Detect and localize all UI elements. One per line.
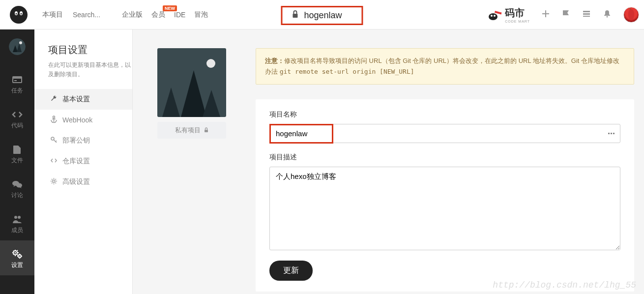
svg-rect-23 (13, 77, 22, 79)
nav-member-label: 会员 (151, 10, 165, 18)
svg-point-39 (53, 180, 55, 182)
sidebar-label: 仓库设置 (62, 157, 90, 166)
nav-maopao[interactable]: 冒泡 (194, 10, 208, 19)
rail-files[interactable]: 文件 (0, 136, 34, 171)
settings-sidebar: 项目设置 在此可以更新项目基本信息，以及删除项目。 基本设置 WebHook 部… (34, 29, 133, 294)
warning-prefix: 注意： (265, 57, 284, 64)
rail-tasks[interactable]: 任务 (0, 66, 34, 101)
nav-enterprise[interactable]: 企业版 (122, 10, 143, 19)
lock-icon (204, 127, 209, 134)
sidebar-item-deploy-key[interactable]: 部署公钥 (48, 130, 132, 151)
update-button[interactable]: 更新 (269, 261, 313, 281)
svg-point-32 (19, 256, 20, 257)
tree-icon (162, 88, 180, 117)
settings-title: 项目设置 (48, 43, 132, 57)
nav-member[interactable]: 会员 NEW (151, 10, 165, 19)
sidebar-item-advanced[interactable]: 高级设置 (48, 172, 132, 192)
svg-rect-15 (583, 13, 590, 15)
form-area: 注意：修改项目名将导致项目的访问 URL（包含 Git 仓库的 URL）将会改变… (256, 48, 634, 292)
svg-point-6 (21, 16, 27, 20)
nav-ide[interactable]: IDE (174, 11, 185, 19)
moon-icon (206, 59, 215, 68)
svg-rect-42 (611, 133, 612, 134)
svg-point-9 (491, 15, 493, 17)
project-image[interactable] (157, 48, 226, 117)
tree-icon (203, 90, 220, 117)
name-label: 项目名称 (269, 110, 620, 119)
gear-icon (50, 177, 58, 186)
svg-rect-24 (14, 80, 17, 81)
sidebar-item-repo[interactable]: 仓库设置 (48, 151, 132, 172)
svg-point-3 (16, 13, 17, 14)
desc-label: 项目描述 (269, 153, 620, 162)
rail-code-label: 代码 (0, 121, 34, 130)
rail-settings[interactable]: 设置 (0, 240, 34, 275)
anchor-icon (50, 116, 58, 124)
list-icon[interactable] (582, 9, 591, 20)
rail-tasks-label: 任务 (0, 87, 34, 95)
nav-links: 企业版 会员 NEW IDE 冒泡 (122, 10, 208, 19)
svg-point-17 (607, 16, 608, 18)
svg-point-19 (19, 41, 22, 44)
rail-members-label: 成员 (0, 226, 34, 235)
rail-code[interactable]: 代码 (0, 101, 34, 136)
project-desc-input[interactable] (269, 167, 620, 250)
svg-point-0 (10, 6, 28, 24)
svg-rect-43 (613, 133, 615, 134)
project-card: 私有项目 (157, 48, 226, 139)
badge-text: 私有项目 (175, 126, 201, 135)
svg-point-4 (21, 13, 22, 14)
flag-icon[interactable] (561, 9, 570, 20)
rail-project-avatar[interactable] (0, 29, 34, 66)
plus-icon[interactable] (542, 10, 550, 19)
warning-code: git remote set-url origin [NEW_URL] (280, 68, 414, 75)
svg-rect-41 (608, 133, 610, 134)
svg-rect-14 (583, 11, 590, 12)
code-icon (50, 157, 58, 166)
emoji-icon[interactable] (608, 129, 615, 137)
sidebar-label: 高级设置 (62, 177, 90, 186)
rail-settings-label: 设置 (0, 261, 34, 269)
svg-point-28 (18, 216, 21, 219)
sidebar-item-basic[interactable]: 基本设置 (34, 89, 132, 110)
content: 私有项目 注意：修改项目名将导致项目的访问 URL（包含 Git 仓库的 URL… (133, 29, 644, 294)
settings-menu: 基本设置 WebHook 部署公钥 仓库设置 高级设置 (48, 89, 132, 192)
rail-discuss[interactable]: 讨论 (0, 171, 34, 206)
bell-icon[interactable] (603, 9, 612, 20)
rail-files-label: 文件 (0, 156, 34, 165)
main: 项目设置 在此可以更新项目基本信息，以及删除项目。 基本设置 WebHook 部… (34, 29, 644, 294)
warning-box: 注意：修改项目名将导致项目的访问 URL（包含 Git 仓库的 URL）将会改变… (256, 48, 634, 85)
project-name-input[interactable] (269, 124, 620, 143)
codemart-logo[interactable]: 码市CODE MART (488, 6, 530, 23)
name-input-wrap (269, 124, 620, 143)
svg-rect-13 (542, 13, 549, 14)
coding-logo-icon[interactable] (9, 5, 29, 25)
svg-point-27 (14, 216, 17, 219)
svg-rect-7 (293, 14, 297, 18)
header-right: 码市CODE MART (488, 6, 639, 23)
svg-point-8 (489, 13, 498, 20)
key-icon (50, 136, 58, 145)
mart-sub: CODE MART (505, 20, 530, 23)
form-section: 项目名称 项目描述 更新 (256, 99, 634, 292)
project-title-highlight: hogenlaw (281, 6, 363, 25)
wrench-icon (50, 95, 58, 104)
project-selector: 本项目 (37, 7, 107, 22)
sidebar-item-webhook[interactable]: WebHook (48, 110, 132, 130)
sidebar-label: 部署公钥 (62, 136, 90, 145)
project-label[interactable]: 本项目 (37, 7, 68, 22)
sidebar-label: WebHook (62, 116, 92, 124)
svg-point-26 (16, 183, 22, 188)
svg-rect-40 (205, 130, 208, 132)
rail-discuss-label: 讨论 (0, 191, 34, 200)
lock-icon (291, 10, 299, 21)
svg-point-18 (9, 38, 26, 55)
svg-rect-16 (583, 16, 590, 17)
mart-text: 码市 (505, 7, 525, 18)
search-input[interactable] (68, 8, 107, 22)
rail-members[interactable]: 成员 (0, 206, 34, 240)
avatar[interactable] (623, 7, 639, 23)
svg-line-38 (56, 141, 57, 142)
project-privacy-badge: 私有项目 (157, 122, 226, 139)
settings-desc: 在此可以更新项目基本信息，以及删除项目。 (48, 60, 132, 79)
